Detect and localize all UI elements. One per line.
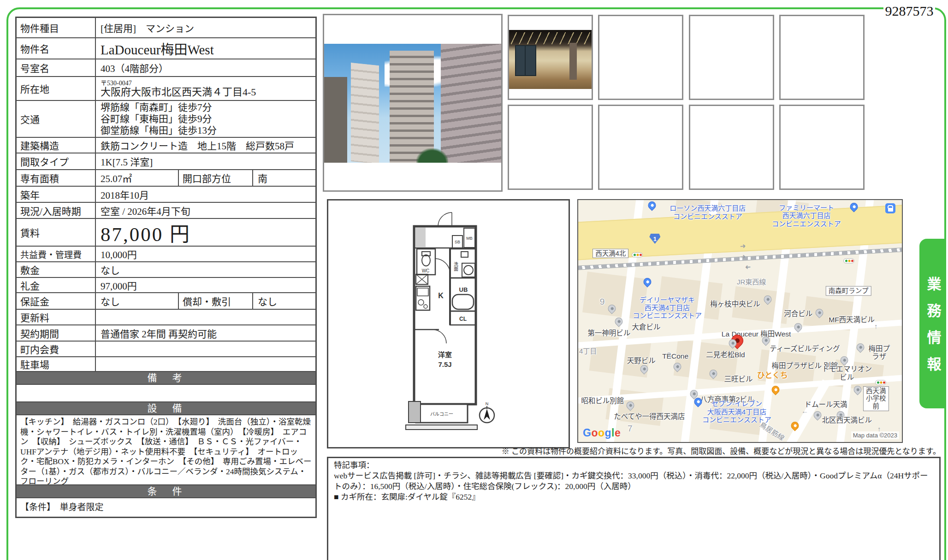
row-label: 契約期間: [17, 325, 96, 341]
building-label: 二見老松Bld: [706, 351, 745, 359]
special-notes-title: 特記事項：: [334, 460, 934, 471]
store-label: デイリーヤマザキ 西天満4丁目店 コンビニエンスストア: [633, 296, 702, 320]
row-value: 南: [253, 170, 315, 186]
table-row: 専有面積 25.07㎡ 開口部方位 南: [17, 170, 315, 187]
building-label: 河合ビル: [784, 310, 812, 318]
row-label: 共益費・管理費: [17, 247, 96, 261]
floorplan-label-north: N: [486, 401, 489, 406]
table-row: 保証金 なし 償却・敷引 なし: [17, 293, 315, 310]
floorplan-label-wc: WC: [422, 268, 430, 273]
store-pin: [643, 278, 651, 286]
row-value: [住居用] マンション: [96, 18, 315, 37]
access-line: 御堂筋線「梅田」徒歩13分: [101, 125, 217, 136]
conditions-content: 【条件】 単身者限定: [17, 498, 315, 517]
building-label: MF西天満ビル: [829, 316, 875, 324]
access-line: 谷町線「東梅田」徒歩9分: [101, 113, 212, 125]
tab-business-info-label: 業務情報: [923, 277, 943, 383]
table-row: 駐車場: [17, 357, 315, 372]
special-notes-key-line: ■ カギ所在：玄関扉:ダイヤル錠『6252』: [334, 492, 934, 502]
road-label: 4丁目: [579, 345, 597, 355]
traffic-signal-icon: [843, 259, 854, 264]
building-label: 昭和ビル別館: [581, 397, 624, 405]
road-arrow-icon: ➜: [745, 263, 751, 272]
table-row: 礼金 97,000円: [17, 278, 315, 293]
section-header-remarks: 備 考: [17, 372, 315, 385]
store-label: セブン-イレブン 大阪西天満4丁目店 コンビニエンスストア: [702, 400, 771, 424]
row-value: なし: [253, 293, 315, 309]
photo-column: [569, 43, 577, 79]
table-row: 更新料: [17, 310, 315, 325]
floorplan-label-kitchen: K: [438, 292, 444, 300]
road-arrow-icon: ↑: [874, 322, 878, 330]
photo-building-shape: [390, 51, 434, 163]
boxed-label: 西天満4北: [592, 248, 628, 258]
disclaimer-caption: ※ この資料は物件の概要紹介資料になります。写真、間取図面、設備、概要などが現況…: [327, 445, 941, 456]
building-pin: [627, 401, 634, 409]
building-pin: [608, 305, 616, 312]
traffic-signal-icon: [875, 380, 886, 385]
restaurant-pin: [771, 386, 779, 394]
table-row: 契約期間 普通借家 2年間 再契約可能: [17, 325, 315, 342]
table-row: 物件種目 [住居用] マンション: [17, 18, 315, 38]
table-row: 交通 堺筋線「南森町」徒歩7分 谷町線「東梅田」徒歩9分 御堂筋線「梅田」徒歩1…: [17, 101, 315, 138]
postal-code: 〒530-0047: [101, 80, 132, 87]
building-label: TECone: [662, 352, 688, 360]
row-label: 開口部方位: [178, 170, 253, 186]
table-row: 現況/入居時期 空室 / 2026年4月下旬: [17, 203, 315, 219]
building-pin: [710, 370, 717, 377]
row-label: 専有面積: [17, 170, 96, 186]
building-pin: [764, 295, 772, 303]
building-pin: [690, 390, 698, 398]
row-value: 1K[7.5 洋室]: [96, 153, 315, 169]
property-table: 物件種目 [住居用] マンション 物件名 LaDouceur梅田West 号室名…: [15, 17, 317, 518]
entrance-photo: [509, 30, 592, 89]
row-value: 2018年10月: [96, 187, 315, 202]
row-label: 保証金: [17, 293, 96, 309]
building-label: 梅ヶ枝中央ビル: [710, 300, 760, 308]
row-label: 間取タイプ: [17, 153, 96, 169]
store-pin: [694, 398, 702, 406]
photo-placeholder: [779, 105, 865, 190]
building-pin: [762, 336, 770, 344]
table-row: 町内会費: [17, 342, 315, 357]
map-copyright: Map data ©2023: [851, 431, 899, 439]
row-value: [96, 310, 315, 324]
photo-placeholder: [598, 15, 683, 100]
building-label: たべてや一得西天満店: [614, 413, 685, 420]
floorplan-label-washstand: 洗面: [453, 262, 458, 271]
access-line: 堺筋線「南森町」徒歩7分: [101, 102, 212, 113]
special-notes-body: webサービス広告掲載 [許可]・チラシ、雑誌等掲載広告 [要確認]・カギ鍵交換…: [334, 471, 934, 492]
building-pin: [794, 323, 802, 331]
building-label: 大倉ビル: [632, 323, 660, 331]
building-label: ドムール天満: [805, 401, 847, 408]
photo-placeholder: [508, 105, 593, 190]
section-header-conditions: 条 件: [17, 485, 315, 498]
row-label: 物件名: [17, 38, 96, 59]
map-image: ローソン西天満六丁目店 コンビニエンスストアファミリーマート 西天満六丁目店 コ…: [577, 199, 903, 443]
row-label: 償却・敷引: [178, 293, 253, 309]
row-value: [96, 342, 315, 356]
floorplan-drawing: MB SB WC 洗面 K UB CL 洋室 7.5J バルコニー N: [328, 200, 569, 447]
floorplan-label-balcony: バルコニー: [430, 412, 453, 417]
boxed-label: 西天満 小学校前: [863, 386, 889, 411]
row-value: なし: [96, 293, 178, 309]
boxed-label: 南森町ランプ: [826, 286, 871, 296]
floorplan-label-bath: UB: [459, 286, 468, 293]
floorplan-label-size: 7.5J: [438, 360, 451, 368]
row-value: 〒530-0047 大阪府大阪市北区西天満４丁目4-5: [96, 77, 315, 100]
table-row: 築年 2018年10月: [17, 187, 315, 203]
table-row: 間取タイプ 1K[7.5 洋室]: [17, 153, 315, 170]
floorplan-label-closet: CL: [459, 316, 467, 322]
photo-placeholder: [689, 105, 774, 190]
row-label: 礼金: [17, 278, 96, 292]
photo-placeholder: [689, 15, 774, 100]
building-pin: [853, 386, 861, 394]
table-row: 賃料 87,000 円: [17, 219, 315, 247]
photo-ceiling-lights: [509, 32, 592, 44]
building-pin: [814, 411, 822, 419]
store-label: ファミリーマート 西天満六丁目店 コンビニエンスストア: [772, 204, 841, 228]
row-label: 駐車場: [17, 357, 96, 371]
road-arrow-icon: ➜: [740, 253, 746, 261]
building-label: 天野ビル: [627, 357, 656, 365]
tab-business-info[interactable]: 業務情報: [919, 239, 946, 408]
